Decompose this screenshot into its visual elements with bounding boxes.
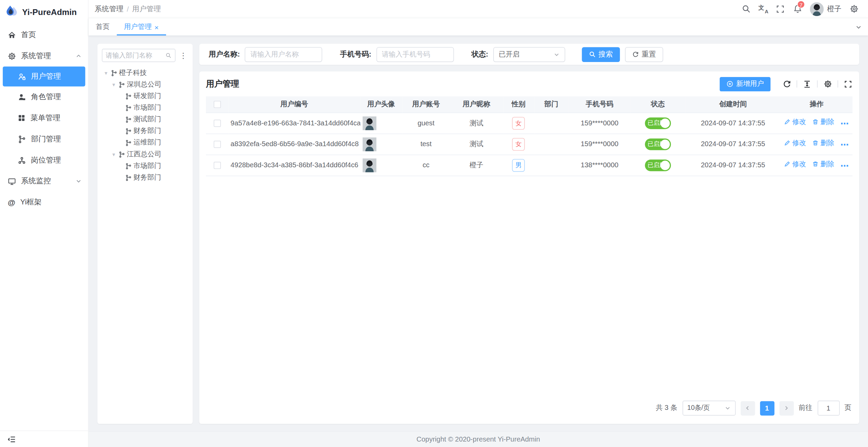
more-actions-icon[interactable]: ⋯ <box>840 119 849 128</box>
row-checkbox[interactable] <box>213 141 221 148</box>
fullscreen-icon[interactable] <box>843 79 852 88</box>
tree-node[interactable]: 测试部门 <box>102 113 188 125</box>
user-table: 用户编号 用户头像 用户账号 用户昵称 性别 部门 手机号码 状态 创建时间 操… <box>206 96 852 176</box>
delete-button[interactable]: 删除 <box>812 138 834 148</box>
tabs-menu-chevron-icon[interactable] <box>849 18 868 35</box>
breadcrumb-item-system[interactable]: 系统管理 <box>95 4 124 14</box>
status-toggle[interactable]: 已启用 <box>645 138 671 150</box>
notification-badge: 7 <box>797 1 805 9</box>
delete-button[interactable]: 删除 <box>812 159 834 169</box>
page-number-button[interactable]: 1 <box>760 401 774 415</box>
tab-user-management[interactable]: 用户管理 × <box>117 18 166 35</box>
collapse-sidebar-icon[interactable] <box>7 435 16 443</box>
search-button[interactable]: 搜索 <box>582 47 620 62</box>
tree-node[interactable]: 市场部门 <box>102 160 188 172</box>
bell-icon[interactable]: 7 <box>789 0 806 18</box>
breadcrumb-separator: / <box>127 5 129 13</box>
reset-button[interactable]: 重置 <box>625 47 663 62</box>
avatar <box>363 137 400 151</box>
edit-icon <box>784 161 791 168</box>
goto-page-input[interactable] <box>817 401 839 416</box>
search-icon <box>589 51 596 58</box>
gender-tag: 女 <box>512 138 525 150</box>
edit-icon <box>784 119 791 126</box>
next-page-button[interactable] <box>779 401 793 415</box>
kebab-menu-icon[interactable]: ⋮ <box>178 51 188 59</box>
settings-icon[interactable] <box>845 0 862 18</box>
tree-node[interactable]: 财务部门 <box>102 172 188 183</box>
refresh-icon[interactable] <box>782 79 791 88</box>
sidebar-item-user-management[interactable]: 用户管理 <box>3 66 85 87</box>
col-nickname: 用户昵称 <box>450 96 503 112</box>
fullscreen-icon[interactable] <box>772 0 789 18</box>
logo-icon <box>6 5 18 18</box>
home-icon <box>8 31 16 39</box>
phone-filter-input[interactable] <box>376 47 454 62</box>
breadcrumb: 系统管理 / 用户管理 <box>95 4 161 14</box>
tree-caret-icon[interactable]: ▾ <box>111 81 117 88</box>
cell-account: test <box>402 134 450 155</box>
tree-caret-icon[interactable]: ▾ <box>111 151 117 157</box>
app-title: Yi-PureAdmin <box>22 7 77 16</box>
tree-node[interactable]: 财务部门 <box>102 125 188 137</box>
edit-button[interactable]: 修改 <box>784 118 806 127</box>
close-icon[interactable]: × <box>155 24 159 31</box>
table-row: 9a57a4e8-e196-663a-7841-3a14dd60f4ca gue… <box>206 112 852 134</box>
dept-tree-icon <box>125 93 132 99</box>
dept-tree-icon <box>125 139 132 146</box>
page-size-select[interactable]: 10条/页 <box>682 401 735 416</box>
tree-node[interactable]: ▾深圳总公司 <box>102 79 188 90</box>
sidebar-item-role-management[interactable]: 角色管理 <box>0 87 88 108</box>
page-unit-label: 页 <box>845 403 851 413</box>
cell-created: 2024-09-07 14:37:55 <box>685 134 781 155</box>
table-header-row: 用户编号 用户头像 用户账号 用户昵称 性别 部门 手机号码 状态 创建时间 操… <box>206 96 852 112</box>
tab-home[interactable]: 首页 <box>89 18 117 35</box>
sidebar-item-home[interactable]: 首页 <box>0 25 88 46</box>
status-toggle[interactable]: 已启用 <box>645 117 671 129</box>
more-actions-icon[interactable]: ⋯ <box>840 140 849 149</box>
prev-page-button[interactable] <box>740 401 755 415</box>
column-settings-icon[interactable] <box>823 79 832 88</box>
post-icon <box>18 156 26 164</box>
cell-dept <box>534 112 569 134</box>
row-checkbox[interactable] <box>213 162 221 169</box>
user-menu[interactable]: 橙子 <box>806 2 845 16</box>
density-icon[interactable] <box>803 79 811 88</box>
name-filter-input[interactable] <box>245 47 322 62</box>
status-toggle[interactable]: 已启用 <box>645 159 671 171</box>
edit-button[interactable]: 修改 <box>784 159 806 169</box>
sidebar-item-system-monitor[interactable]: 系统监控 <box>0 171 88 192</box>
select-all-checkbox[interactable] <box>213 101 221 108</box>
cell-user-id: 9a57a4e8-e196-663a-7841-3a14dd60f4ca <box>228 112 360 134</box>
dept-tree-icon <box>125 105 132 111</box>
tree-node[interactable]: ▾橙子科技 <box>102 67 188 79</box>
cell-user-id: a8392efa-5ed8-6b56-9a9e-3a14dd60f4c8 <box>228 134 360 155</box>
edit-button[interactable]: 修改 <box>784 138 806 148</box>
sidebar-item-menu-management[interactable]: 菜单管理 <box>0 107 88 128</box>
tree-node[interactable]: 研发部门 <box>102 90 188 102</box>
tree-caret-icon[interactable]: ▾ <box>103 70 109 76</box>
tree-node[interactable]: ▾江西总公司 <box>102 149 188 160</box>
sidebar-item-yi-framework[interactable]: @ Yi框架 <box>0 192 88 213</box>
search-icon[interactable] <box>737 0 754 18</box>
status-select[interactable]: 已开启 <box>493 47 565 62</box>
status-filter-label: 状态: <box>471 49 488 59</box>
chevron-up-icon <box>76 53 81 59</box>
sidebar-item-dept-management[interactable]: 部门管理 <box>0 128 88 150</box>
col-gender: 性别 <box>503 96 534 112</box>
add-user-button[interactable]: 新增用户 <box>720 77 771 91</box>
sidebar-item-system-management[interactable]: 系统管理 <box>0 45 88 66</box>
dept-tree-icon <box>125 163 132 169</box>
page-content: ⋮ ▾橙子科技 ▾深圳总公司 研发部门 市场部门 测试部门 财务部门 运维部门 … <box>89 35 868 431</box>
tree-node[interactable]: 市场部门 <box>102 102 188 113</box>
more-actions-icon[interactable]: ⋯ <box>840 161 849 170</box>
delete-button[interactable]: 删除 <box>812 118 834 127</box>
table-row: a8392efa-5ed8-6b56-9a9e-3a14dd60f4c8 tes… <box>206 134 852 155</box>
dept-search-input[interactable] <box>102 49 175 62</box>
dept-tree-icon <box>118 151 125 158</box>
edit-icon <box>784 140 791 147</box>
row-checkbox[interactable] <box>213 120 221 127</box>
tree-node[interactable]: 运维部门 <box>102 137 188 149</box>
sidebar-item-post-management[interactable]: 岗位管理 <box>0 150 88 171</box>
translate-icon[interactable]: 文A <box>755 0 772 18</box>
